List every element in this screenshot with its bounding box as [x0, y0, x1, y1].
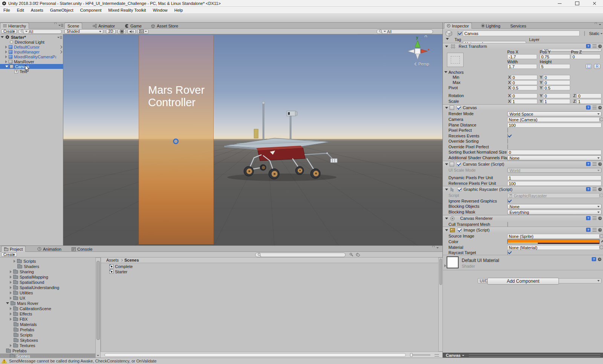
tab-console[interactable]: Console — [69, 246, 95, 252]
tree-item-shaders[interactable]: Shaders — [17, 264, 39, 269]
foldout-icon[interactable] — [445, 163, 448, 165]
tree-item-mars-rover[interactable]: Mars Rover — [6, 301, 38, 306]
preset-icon[interactable] — [592, 44, 597, 48]
component-enabled-checkbox[interactable] — [457, 187, 462, 192]
tree-item-utilities[interactable]: Utilities — [10, 290, 33, 295]
scene-fx-dropdown[interactable] — [137, 29, 148, 34]
help-icon[interactable] — [586, 162, 591, 166]
gear-icon[interactable] — [598, 163, 601, 166]
scene-search-input[interactable]: All — [376, 29, 433, 34]
component-enabled-checkbox[interactable] — [456, 162, 461, 166]
menu-gameobject[interactable]: GameObject — [47, 7, 77, 13]
foldout-icon[interactable] — [445, 218, 448, 219]
maximize-button[interactable] — [568, 0, 586, 7]
raw-mode-button[interactable]: R — [594, 64, 600, 69]
breadcrumb-scenes[interactable]: Scenes — [124, 258, 139, 262]
component-enabled-checkbox[interactable] — [456, 105, 461, 110]
search-by-label-icon[interactable] — [356, 253, 360, 257]
status-bar[interactable]: SendMessage cannot be called during Awak… — [0, 358, 603, 364]
tree-item-materials[interactable]: Materials — [14, 322, 37, 327]
panel-menu-icon[interactable] — [58, 24, 64, 27]
receives-events-checkbox[interactable] — [507, 133, 508, 139]
tab-project[interactable]: Project — [1, 246, 26, 252]
reference-pixels-per-unit-field[interactable]: 100 — [507, 181, 601, 186]
scrollbar-down-arrow[interactable] — [97, 355, 99, 356]
close-button[interactable] — [586, 0, 603, 7]
tab-inspector[interactable]: Inspector — [444, 23, 472, 29]
material-foldout-icon[interactable] — [444, 264, 446, 267]
scale-y-field[interactable]: 1 — [543, 99, 570, 104]
add-component-button[interactable]: Add Component — [487, 278, 559, 285]
camera-object-field[interactable]: None (Camera) — [507, 117, 600, 122]
help-icon[interactable] — [586, 216, 591, 220]
tree-scrollbar-thumb[interactable] — [96, 261, 100, 340]
blueprint-mode-button[interactable] — [586, 64, 592, 69]
scale-x-field[interactable]: 1 — [511, 99, 537, 104]
tree-item-textures[interactable]: Textures — [10, 343, 35, 348]
asset-complete[interactable]: Complete — [109, 264, 133, 269]
ignore-reversed-graphics-checkbox[interactable] — [507, 198, 508, 204]
width-field[interactable]: 1.7 — [507, 64, 537, 69]
pos-y-field[interactable]: 0.75 — [540, 54, 570, 59]
component-enabled-checkbox[interactable] — [457, 228, 462, 232]
tree-item-sharing[interactable]: Sharing — [10, 269, 34, 274]
icon-dropdown-icon[interactable] — [446, 38, 449, 40]
tab-animation[interactable]: Animation — [35, 246, 64, 252]
perspective-label[interactable]: Persp — [415, 62, 429, 66]
panel-menu-icon[interactable] — [436, 247, 439, 248]
zoom-slider-track[interactable] — [411, 355, 430, 355]
foldout-icon[interactable] — [445, 229, 448, 231]
hierarchy-item-marsrover[interactable]: MarsRover — [0, 59, 63, 64]
menu-edit[interactable]: Edit — [14, 7, 28, 13]
hierarchy-item-text[interactable]: Text — [0, 69, 63, 74]
pivot-y-field[interactable]: 0.5 — [543, 85, 570, 90]
shading-mode-dropdown[interactable]: Shaded — [64, 29, 103, 34]
preview-bar[interactable]: Canvas — [443, 353, 603, 358]
sorting-bucket-field[interactable]: 0 — [507, 150, 601, 155]
tab-asset-store[interactable]: Asset Store — [148, 23, 181, 29]
breadcrumb-assets[interactable]: Assets — [106, 258, 119, 262]
rotation-x-field[interactable]: 0 — [511, 93, 537, 98]
prefab-chevron-icon[interactable] — [59, 46, 62, 49]
panel-menu-icon[interactable] — [599, 24, 601, 25]
mars-rover-model[interactable] — [218, 98, 342, 181]
tree-scrollbar[interactable] — [95, 257, 101, 358]
gear-icon[interactable] — [598, 228, 601, 231]
help-icon[interactable] — [586, 187, 591, 191]
asset-pane-scrollbar-thumb[interactable] — [439, 259, 442, 285]
graphic-raycaster-header[interactable]: Graphic Raycaster (Script) — [443, 186, 603, 192]
anchors-foldout-icon[interactable] — [444, 71, 447, 73]
search-by-type-icon[interactable] — [349, 253, 354, 257]
material-thumbnail[interactable] — [447, 256, 459, 268]
ui-center-handle[interactable] — [173, 139, 179, 144]
pixel-perfect-checkbox[interactable] — [507, 128, 508, 133]
foldout-icon[interactable] — [445, 189, 448, 190]
help-icon[interactable] — [586, 228, 591, 232]
hierarchy-item-mixedrealitycameraparent[interactable]: MixedRealityCameraParent — [0, 54, 63, 59]
blocking-mask-dropdown[interactable]: Everything — [507, 210, 601, 215]
object-picker-icon[interactable] — [600, 245, 603, 249]
additional-shader-channels-dropdown[interactable]: None — [507, 155, 601, 160]
menu-file[interactable]: File — [0, 7, 14, 13]
override-pixel-perfect-checkbox[interactable] — [507, 144, 508, 149]
pos-z-field[interactable]: 0 — [571, 54, 600, 59]
tree-item-prefabs-root[interactable]: Prefabs — [6, 348, 27, 353]
scene-lighting-toggle[interactable] — [118, 29, 126, 34]
scene-audio-toggle[interactable] — [127, 29, 136, 34]
canvas-renderer-header[interactable]: Canvas Renderer — [443, 215, 603, 221]
hierarchy-search-input[interactable]: All — [18, 29, 62, 34]
tree-item-ux[interactable]: UX — [10, 295, 25, 300]
gear-icon[interactable] — [598, 258, 601, 261]
rotation-z-field[interactable]: 0 — [577, 93, 601, 98]
object-picker-icon[interactable] — [600, 234, 603, 238]
foldout-icon[interactable] — [1, 36, 4, 38]
preset-icon[interactable] — [592, 162, 597, 166]
gear-icon[interactable] — [598, 45, 601, 48]
eyedropper-icon[interactable] — [600, 239, 603, 244]
scene-viewport[interactable]: Mars Rover Controller — [63, 34, 442, 245]
menu-window[interactable]: Window — [149, 7, 171, 13]
static-checkbox[interactable] — [584, 31, 585, 36]
foldout-icon[interactable] — [5, 65, 8, 67]
preview-resize-grip[interactable] — [469, 354, 600, 357]
preset-icon[interactable] — [592, 106, 597, 109]
